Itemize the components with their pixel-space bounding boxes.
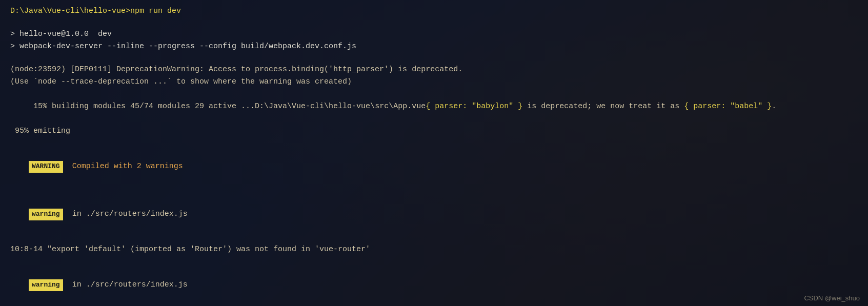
terminal-window: D:\Java\Vue-cli\hello-vue>npm run dev > …: [0, 0, 868, 306]
line6-pre: 15% building modules 45/74 modules 29 ac…: [29, 102, 426, 111]
blank-4: [10, 185, 858, 196]
terminal-line-warning-upper: WARNING Compiled with 2 warnings: [10, 148, 858, 185]
terminal-line-2: > hello-vue@1.0.0 dev: [10, 28, 858, 40]
badge-warning-upper: WARNING: [29, 161, 63, 173]
line6-yellow2: { parser: "babel" }: [684, 102, 772, 111]
warning2-text: in ./src/routers/index.js: [63, 280, 188, 289]
terminal-line-5: (Use `node --trace-deprecation ...` to s…: [10, 76, 858, 88]
warning1-text: in ./src/routers/index.js: [63, 210, 188, 218]
line6-end: .: [772, 102, 776, 111]
badge-warning-1: warning: [29, 209, 63, 220]
blank-3: [10, 137, 858, 148]
blank-6: [10, 256, 858, 267]
terminal-line-warning2: warning in ./src/routers/index.js: [10, 267, 858, 303]
line6-mid: is deprecated; we now treat it as: [522, 102, 684, 111]
blank-2: [10, 53, 858, 64]
terminal-line-4: (node:23592) [DEP0111] DeprecationWarnin…: [10, 64, 858, 76]
terminal-line-3: > webpack-dev-server --inline --progress…: [10, 40, 858, 53]
terminal-line-7: 95% emitting: [10, 125, 858, 137]
terminal-line-6: 15% building modules 45/74 modules 29 ac…: [10, 88, 858, 125]
watermark: CSDN @wei_shuo: [804, 294, 860, 302]
line6-yellow1: { parser: "babylon" }: [426, 102, 522, 111]
blank-5: [10, 233, 858, 243]
blank-7: [10, 303, 858, 306]
badge-warning-2: warning: [29, 279, 63, 291]
blank-1: [10, 17, 858, 28]
terminal-error-1: 10:8-14 "export 'default' (imported as '…: [10, 243, 858, 256]
compiled-text: Compiled with 2 warnings: [63, 162, 183, 171]
terminal-line-warning1: warning in ./src/routers/index.js: [10, 196, 858, 233]
terminal-line-1: D:\Java\Vue-cli\hello-vue>npm run dev: [10, 5, 858, 17]
